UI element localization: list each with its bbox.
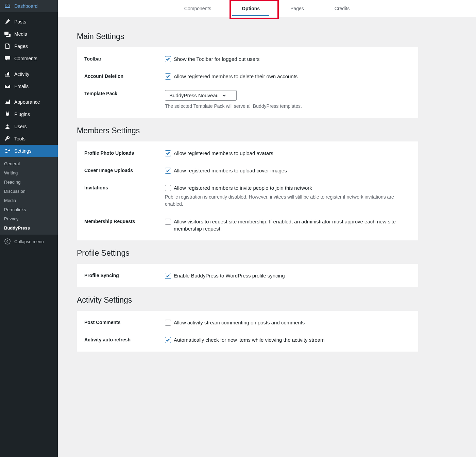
sidebar-item-comments[interactable]: Comments	[0, 52, 58, 65]
collapse-label: Collapse menu	[14, 239, 44, 244]
sub-item-permalinks[interactable]: Permalinks	[0, 205, 58, 214]
svg-point-0	[5, 239, 10, 244]
template-pack-selected: BuddyPress Nouveau	[169, 92, 219, 98]
tab-components[interactable]: Components	[184, 2, 211, 15]
sidebar-label: Settings	[14, 148, 32, 154]
profile-syncing-label: Profile Syncing	[84, 272, 165, 278]
appearance-icon	[4, 99, 11, 105]
toolbar-label: Toolbar	[84, 55, 165, 62]
plugins-icon	[4, 111, 11, 118]
sidebar-label: Dashboard	[14, 3, 38, 9]
sidebar-item-appearance[interactable]: Appearance	[0, 96, 58, 108]
main-content: Components Options Pages Credits Main Se…	[58, 0, 476, 457]
invitations-desc: Public registration is currently disable…	[165, 193, 411, 208]
post-comments-label: Post Comments	[84, 319, 165, 325]
sidebar-label: Comments	[14, 56, 37, 61]
template-pack-desc: The selected Template Pack will serve al…	[165, 103, 411, 110]
dashboard-icon	[4, 3, 11, 10]
profile-photo-text: Allow registered members to upload avata…	[174, 150, 273, 157]
sidebar-item-plugins[interactable]: Plugins	[0, 108, 58, 120]
invitations-text: Allow registered members to invite peopl…	[174, 184, 312, 191]
toolbar-text: Show the Toolbar for logged out users	[174, 55, 259, 63]
sidebar-label: Users	[14, 124, 27, 129]
emails-icon	[4, 83, 11, 90]
activity-icon	[4, 71, 11, 78]
sub-item-privacy[interactable]: Privacy	[0, 214, 58, 223]
activity-settings-title: Activity Settings	[77, 295, 418, 305]
sidebar-label: Appearance	[14, 99, 40, 105]
profile-syncing-checkbox[interactable]	[165, 273, 171, 279]
media-icon	[4, 31, 11, 37]
sidebar-label: Plugins	[14, 112, 30, 117]
sidebar-item-posts[interactable]: Posts	[0, 16, 58, 28]
sidebar-label: Emails	[14, 84, 29, 89]
profile-syncing-text: Enable BuddyPress to WordPress profile s…	[174, 272, 285, 279]
toolbar-checkbox[interactable]	[165, 56, 171, 62]
membership-text: Allow visitors to request site membershi…	[174, 218, 411, 232]
sidebar-label: Media	[14, 31, 27, 37]
members-settings-title: Members Settings	[77, 126, 418, 135]
comments-icon	[4, 55, 11, 62]
sidebar-item-users[interactable]: Users	[0, 120, 58, 133]
cover-image-checkbox[interactable]	[165, 168, 171, 174]
main-settings-title: Main Settings	[77, 32, 418, 41]
profile-photo-label: Profile Photo Uploads	[84, 150, 165, 156]
sub-item-buddypress[interactable]: BuddyPress	[0, 223, 58, 233]
tab-credits[interactable]: Credits	[335, 2, 350, 15]
sidebar-label: Activity	[14, 71, 29, 77]
post-comments-text: Allow activity stream commenting on post…	[174, 319, 305, 326]
membership-label: Membership Requests	[84, 218, 165, 224]
invitations-label: Invitations	[84, 184, 165, 190]
tools-icon	[4, 135, 11, 142]
account-deletion-checkbox[interactable]	[165, 73, 171, 80]
users-icon	[4, 123, 11, 130]
posts-icon	[4, 18, 11, 25]
membership-checkbox[interactable]	[165, 219, 171, 225]
template-pack-label: Template Pack	[84, 90, 165, 96]
collapse-icon	[4, 238, 11, 245]
account-deletion-label: Account Deletion	[84, 73, 165, 79]
sidebar-label: Tools	[14, 136, 26, 141]
profile-settings-card: Profile Syncing Enable BuddyPress to Wor…	[77, 264, 418, 287]
sub-item-discussion[interactable]: Discussion	[0, 187, 58, 196]
post-comments-checkbox[interactable]	[165, 320, 171, 326]
sidebar-item-dashboard[interactable]: Dashboard	[0, 0, 58, 12]
activity-settings-card: Post Comments Allow activity stream comm…	[77, 311, 418, 352]
sub-item-writing[interactable]: Writing	[0, 168, 58, 177]
sub-item-general[interactable]: General	[0, 159, 58, 168]
account-deletion-text: Allow registered members to delete their…	[174, 73, 298, 80]
sidebar-item-tools[interactable]: Tools	[0, 133, 58, 145]
profile-photo-checkbox[interactable]	[165, 150, 171, 156]
sidebar-item-pages[interactable]: Pages	[0, 40, 58, 52]
sidebar-item-emails[interactable]: Emails	[0, 80, 58, 92]
chevron-down-icon	[221, 93, 227, 98]
sub-item-reading[interactable]: Reading	[0, 177, 58, 187]
auto-refresh-checkbox[interactable]	[165, 337, 171, 343]
pages-icon	[4, 43, 11, 50]
cover-image-label: Cover Image Uploads	[84, 167, 165, 173]
sidebar-label: Pages	[14, 44, 28, 49]
auto-refresh-label: Activity auto-refresh	[84, 336, 165, 342]
sidebar-item-activity[interactable]: Activity	[0, 68, 58, 80]
collapse-menu[interactable]: Collapse menu	[0, 235, 58, 248]
auto-refresh-text: Automatically check for new items while …	[174, 336, 325, 343]
tab-pages[interactable]: Pages	[290, 2, 304, 15]
sidebar-item-media[interactable]: Media	[0, 28, 58, 40]
tab-options[interactable]: Options	[242, 2, 260, 15]
cover-image-text: Allow registered members to upload cover…	[174, 167, 287, 174]
profile-settings-title: Profile Settings	[77, 249, 418, 258]
tab-bar: Components Options Pages Credits	[58, 0, 476, 17]
sub-item-media[interactable]: Media	[0, 196, 58, 205]
main-settings-card: Toolbar Show the Toolbar for logged out …	[77, 47, 418, 118]
template-pack-select[interactable]: BuddyPress Nouveau	[165, 90, 237, 101]
sidebar-label: Posts	[14, 19, 26, 24]
members-settings-card: Profile Photo Uploads Allow registered m…	[77, 141, 418, 240]
settings-submenu: General Writing Reading Discussion Media…	[0, 157, 58, 235]
sidebar-item-settings[interactable]: Settings	[0, 145, 58, 157]
admin-sidebar: Dashboard Posts Media Pages Comments	[0, 0, 58, 457]
invitations-checkbox[interactable]	[165, 185, 171, 191]
settings-icon	[4, 148, 11, 154]
